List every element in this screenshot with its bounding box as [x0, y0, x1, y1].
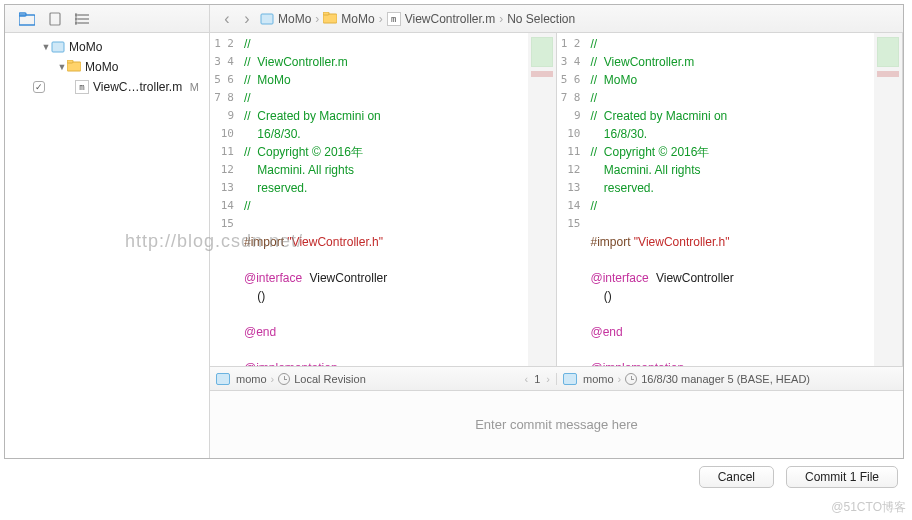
revision-left[interactable]: momo › Local Revision ‹ 1 › — [210, 373, 557, 385]
minimap[interactable] — [874, 33, 902, 366]
project-icon — [51, 40, 65, 54]
pager[interactable]: ‹ 1 › — [525, 373, 550, 385]
m-file-icon — [387, 12, 401, 26]
main-area: ▼ MoMo ▼ MoMo ✓ ViewC…troller.m M 1 2 3 … — [5, 33, 903, 458]
minimap[interactable] — [528, 33, 556, 366]
disclosure-triangle-icon[interactable]: ▼ — [41, 42, 51, 52]
svg-rect-12 — [52, 42, 64, 52]
button-label: Commit 1 File — [805, 470, 879, 484]
breadcrumb-seg: No Selection — [507, 12, 575, 26]
tree-file-row[interactable]: ✓ ViewC…troller.m M — [5, 77, 209, 97]
tree-label: MoMo — [69, 40, 102, 54]
cancel-button[interactable]: Cancel — [699, 466, 774, 488]
m-file-icon — [75, 80, 89, 94]
clock-icon — [625, 373, 637, 385]
navigator-mode-toolbar — [5, 5, 210, 32]
svg-rect-2 — [50, 13, 60, 25]
commit-placeholder: Enter commit message here — [475, 417, 638, 432]
vcs-status-badge: M — [190, 81, 199, 93]
line-gutter: 1 2 3 4 5 6 7 8 9 10 11 12 13 14 15 — [210, 33, 240, 366]
local-pane: 1 2 3 4 5 6 7 8 9 10 11 12 13 14 15 // /… — [210, 33, 557, 366]
svg-point-6 — [75, 14, 77, 16]
base-pane: 1 2 3 4 5 6 7 8 9 10 11 12 13 14 15 // /… — [557, 33, 904, 366]
diff-panes: 1 2 3 4 5 6 7 8 9 10 11 12 13 14 15 // /… — [210, 33, 903, 458]
tree-root[interactable]: ▼ MoMo — [5, 37, 209, 57]
next-page-icon[interactable]: › — [546, 373, 550, 385]
tree-folder[interactable]: ▼ MoMo — [5, 57, 209, 77]
project-icon — [260, 12, 274, 26]
forward-icon[interactable]: › — [240, 10, 254, 28]
svg-rect-9 — [261, 14, 273, 24]
list-icon[interactable] — [75, 11, 91, 27]
breadcrumb-seg: ViewController.m — [405, 12, 495, 26]
line-gutter: 1 2 3 4 5 6 7 8 9 10 11 12 13 14 15 — [557, 33, 587, 366]
breadcrumb[interactable]: MoMo › MoMo › ViewController.m › No Sele… — [260, 12, 575, 26]
clock-icon — [278, 373, 290, 385]
svg-point-8 — [75, 22, 77, 24]
back-icon[interactable]: ‹ — [220, 10, 234, 28]
svg-rect-14 — [67, 60, 73, 63]
folder-yellow-icon — [67, 60, 81, 74]
project-pill-icon — [563, 373, 577, 385]
revision-label: 16/8/30 manager 5 (BASE, HEAD) — [641, 373, 810, 385]
code-wrap: 1 2 3 4 5 6 7 8 9 10 11 12 13 14 15 // /… — [210, 33, 903, 366]
svg-point-7 — [75, 18, 77, 20]
revision-project: momo — [583, 373, 614, 385]
corner-watermark: @51CTO博客 — [831, 499, 906, 516]
chevron-right-icon: › — [379, 12, 383, 26]
include-checkbox[interactable]: ✓ — [33, 81, 45, 93]
revision-label: Local Revision — [294, 373, 366, 385]
svg-rect-11 — [323, 12, 329, 15]
file-sidebar: ▼ MoMo ▼ MoMo ✓ ViewC…troller.m M — [5, 33, 210, 458]
dialog-footer: Cancel Commit 1 File — [699, 466, 898, 488]
revision-bar: momo › Local Revision ‹ 1 › momo › 16/8/… — [210, 366, 903, 390]
top-bar: ‹ › MoMo › MoMo › ViewController.m › No … — [5, 5, 903, 33]
revision-project: momo — [236, 373, 267, 385]
disclosure-triangle-icon[interactable]: ▼ — [57, 62, 67, 72]
source-code[interactable]: // // ViewController.m // MoMo // // Cre… — [240, 33, 528, 366]
commit-window: ‹ › MoMo › MoMo › ViewController.m › No … — [4, 4, 904, 459]
project-pill-icon — [216, 373, 230, 385]
tree-label: ViewC…troller.m — [93, 80, 182, 94]
commit-message-input[interactable]: Enter commit message here — [210, 390, 903, 458]
folder-icon[interactable] — [19, 11, 35, 27]
tree-label: MoMo — [85, 60, 118, 74]
commit-button[interactable]: Commit 1 File — [786, 466, 898, 488]
button-label: Cancel — [718, 470, 755, 484]
folder-yellow-icon — [323, 12, 337, 26]
breadcrumb-seg: MoMo — [341, 12, 374, 26]
prev-page-icon[interactable]: ‹ — [525, 373, 529, 385]
revision-right[interactable]: momo › 16/8/30 manager 5 (BASE, HEAD) — [557, 373, 903, 385]
chevron-right-icon: › — [499, 12, 503, 26]
chevron-right-icon: › — [271, 373, 275, 385]
breadcrumb-seg: MoMo — [278, 12, 311, 26]
chevron-right-icon: › — [618, 373, 622, 385]
source-code[interactable]: // // ViewController.m // MoMo // // Cre… — [587, 33, 875, 366]
document-icon[interactable] — [47, 11, 63, 27]
chevron-right-icon: › — [315, 12, 319, 26]
jump-bar: ‹ › MoMo › MoMo › ViewController.m › No … — [210, 5, 903, 32]
page-number: 1 — [534, 373, 540, 385]
